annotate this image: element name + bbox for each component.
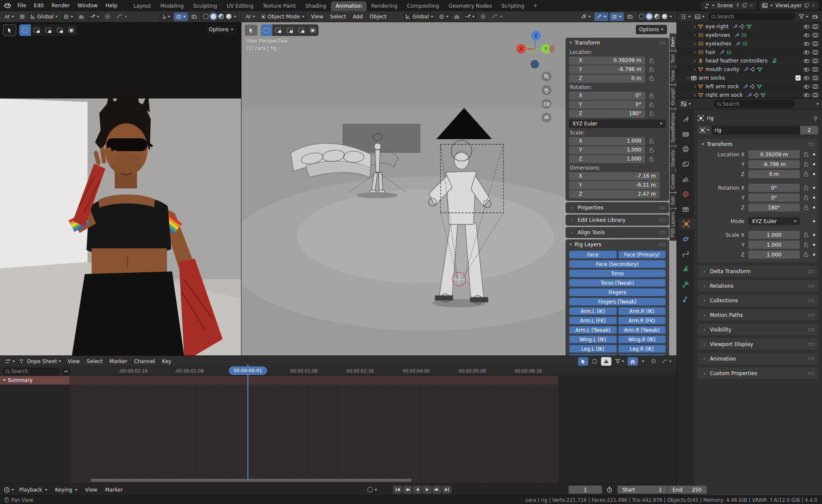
dimension-field[interactable]: X-7.16 m <box>569 172 660 180</box>
dimension-field[interactable]: Z2.47 m <box>569 190 660 198</box>
current-frame-badge[interactable]: 00:00:00:01 <box>229 367 267 375</box>
location-field[interactable]: Z0 m <box>569 75 645 83</box>
display-mode-icon[interactable] <box>694 12 706 21</box>
scale-field[interactable]: Z1.000 <box>569 155 645 163</box>
invert-filter-icon[interactable]: ↔ <box>61 367 71 375</box>
outliner-row[interactable]: › right arm sock <box>677 91 822 98</box>
outliner-row[interactable]: › hair <box>677 48 822 57</box>
sidebar-tab[interactable]: View <box>670 67 676 84</box>
hide-viewport-icon[interactable] <box>804 42 810 46</box>
menu-item[interactable]: File <box>14 1 30 10</box>
pin-icon[interactable] <box>813 116 818 121</box>
workspace-tab[interactable]: Geometry Nodes <box>444 1 497 11</box>
rig-layer-button[interactable]: Wing.R (IK) <box>618 335 666 343</box>
blender-logo-icon[interactable] <box>3 3 11 9</box>
rig-layer-button-clipped[interactable] <box>569 354 617 355</box>
field-value[interactable]: 1.000 <box>748 231 800 239</box>
disclosure-icon[interactable]: › <box>692 66 698 72</box>
disable-render-icon[interactable] <box>813 33 818 37</box>
camera-view-icon[interactable] <box>542 99 551 109</box>
animate-dot[interactable] <box>813 187 815 189</box>
falloff-curve-icon[interactable] <box>489 12 505 21</box>
viewport-menu-item[interactable]: Select <box>327 12 349 21</box>
tab-view-layer[interactable] <box>679 158 692 170</box>
start-frame-field[interactable]: Start1 <box>617 486 667 494</box>
lock-icon[interactable] <box>804 185 809 191</box>
sidebar-tab[interactable]: Edit <box>670 193 676 208</box>
select-box-new-button[interactable] <box>19 24 31 36</box>
jump-to-end-button[interactable] <box>442 486 451 494</box>
disable-render-icon[interactable] <box>813 24 818 29</box>
pin-icon[interactable] <box>736 3 740 8</box>
tweak-tool-button[interactable] <box>3 24 16 36</box>
new-viewlayer-icon[interactable] <box>804 3 809 8</box>
scale-field[interactable]: Y1.000 <box>569 146 645 154</box>
menu-item[interactable]: Window <box>74 1 101 10</box>
hide-viewport-icon[interactable] <box>804 85 810 89</box>
rig-layer-button[interactable]: Fingers (Tweak) <box>569 298 666 306</box>
lock-icon[interactable] <box>804 252 809 257</box>
left-viewport-options-button[interactable]: Options <box>206 25 237 34</box>
previous-keyframe-button[interactable] <box>403 486 412 494</box>
panel-grip[interactable] <box>659 41 665 45</box>
wireframe-shading-icon[interactable] <box>203 14 208 19</box>
rendered-shading-icon[interactable] <box>226 14 232 19</box>
collapsed-panel[interactable]: ›Relations <box>698 280 818 292</box>
transform-orientation-dropdown[interactable]: Global <box>403 12 435 21</box>
animate-dot[interactable] <box>813 244 815 246</box>
field-value[interactable]: 1.000 <box>748 241 800 249</box>
pivot-point-dropdown[interactable] <box>61 12 75 21</box>
solid-shading-icon[interactable] <box>211 14 216 19</box>
rig-layer-button-clipped[interactable] <box>618 354 666 355</box>
select-difference-button[interactable] <box>295 24 307 36</box>
collapsed-panel[interactable]: ›Motion Paths <box>698 309 818 321</box>
filter-icon[interactable] <box>613 357 626 366</box>
lock-icon[interactable] <box>649 147 654 153</box>
workspace-tab[interactable]: Texture Paint <box>258 1 301 11</box>
field-value[interactable]: 1.000 <box>748 251 800 259</box>
disable-render-icon[interactable] <box>813 84 818 89</box>
hide-viewport-icon[interactable] <box>804 59 810 63</box>
editor-type-button[interactable] <box>2 12 16 21</box>
end-frame-field[interactable]: End250 <box>667 486 707 494</box>
collapse-icon[interactable] <box>569 244 572 245</box>
select-intersect-button[interactable] <box>307 24 319 36</box>
lock-icon[interactable] <box>649 58 654 63</box>
disclosure-icon[interactable]: › <box>692 84 698 89</box>
previous-frame-button[interactable] <box>413 486 422 494</box>
scene-selector[interactable]: Scene ✕ <box>701 1 756 10</box>
new-scene-icon[interactable] <box>742 3 747 8</box>
rotation-field[interactable]: Y0° <box>569 101 645 109</box>
object-name-field[interactable]: rig <box>712 126 800 134</box>
field-value[interactable]: XYZ Euler <box>748 217 800 225</box>
auto-keyframe-icon[interactable] <box>606 486 613 493</box>
playbar-menu-item[interactable]: Keying <box>51 486 81 494</box>
animate-dot[interactable] <box>813 253 815 256</box>
hide-viewport-icon[interactable] <box>804 93 810 97</box>
hide-viewport-icon[interactable] <box>804 68 810 72</box>
show-gizmo-dropdown[interactable] <box>159 12 173 21</box>
workspace-tab[interactable]: Layout <box>129 1 156 11</box>
sidebar-tab[interactable]: Create <box>670 170 676 192</box>
jump-to-start-button[interactable] <box>393 486 402 494</box>
viewport-menu-item[interactable]: View <box>308 12 327 21</box>
tab-object-data[interactable] <box>679 263 692 275</box>
animate-dot[interactable] <box>813 163 815 165</box>
field-value[interactable]: 0° <box>748 184 800 192</box>
shading-dropdown-icon[interactable] <box>234 16 236 18</box>
outliner-row[interactable]: › mouth cavity <box>677 65 822 74</box>
select-subtract-button[interactable] <box>284 24 295 36</box>
hide-viewport-icon[interactable] <box>804 25 810 29</box>
snap-magnet-icon[interactable] <box>452 12 462 21</box>
sidebar-tab[interactable]: Grungit <box>670 85 676 108</box>
rotation-field[interactable]: X0° <box>569 92 645 100</box>
sidebar-tab[interactable]: SpeedRetopo <box>670 109 676 146</box>
rotation-field[interactable]: Z180° <box>569 110 645 118</box>
panel-grip[interactable] <box>808 313 814 317</box>
workspace-tab[interactable]: Animation <box>331 1 366 11</box>
viewlayer-selector[interactable]: ViewLayer ✕ <box>759 1 819 10</box>
show-overlays-dropdown[interactable] <box>174 12 188 21</box>
show-overlays-dropdown[interactable] <box>610 12 624 21</box>
play-button[interactable] <box>423 486 432 494</box>
rendered-shading-icon[interactable] <box>662 14 667 19</box>
